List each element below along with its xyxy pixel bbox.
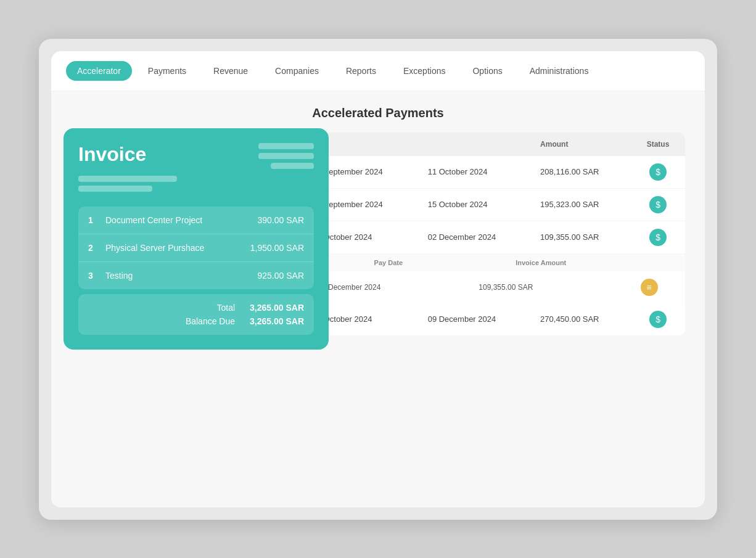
total-row: Total 3,265.00 SAR	[88, 303, 304, 313]
meta-line-1	[78, 176, 177, 182]
total-value: 3,265.00 SAR	[250, 303, 304, 313]
nav-bar: AcceleratorPaymentsRevenueCompaniesRepor…	[51, 51, 705, 91]
cell-status: $	[631, 156, 685, 189]
status-doc-icon: ≡	[641, 279, 658, 296]
item-amount: 925.00 SAR	[258, 271, 305, 281]
invoice-item-row: 2Physical Server Purshace1,950.00 SAR	[78, 234, 314, 262]
cell-status: $	[631, 303, 685, 335]
cell-amount: 208,116.00 SAR	[530, 156, 631, 189]
sub-col-invoice_amount: Invoice Amount	[469, 254, 613, 271]
col-amount: Amount	[530, 133, 631, 156]
item-number: 1	[88, 215, 98, 225]
item-amount: 390.00 SAR	[258, 215, 305, 225]
main-card: AcceleratorPaymentsRevenueCompaniesRepor…	[51, 51, 705, 507]
invoice-item-row: 3Testing925.00 SAR	[78, 262, 314, 289]
meta-right-3	[271, 163, 314, 169]
page-title: Accelerated Payments	[71, 106, 685, 120]
total-label: Total	[216, 303, 235, 313]
cell-amount: 270,450.00 SAR	[530, 303, 631, 335]
balance-label: Balance Due	[186, 316, 235, 326]
item-number: 3	[88, 271, 98, 281]
cell-scheduled-data: 02 December 2024	[418, 221, 530, 253]
col-scheduled-data	[418, 133, 530, 156]
invoice-item-row: 1Document Center Project390.00 SAR	[78, 207, 314, 234]
sub-col-pay_date: Pay Date	[308, 254, 469, 271]
status-dollar-icon: $	[649, 229, 667, 246]
balance-value: 3,265.00 SAR	[250, 316, 304, 326]
outer-background: AcceleratorPaymentsRevenueCompaniesRepor…	[39, 39, 717, 520]
item-name: Document Center Project	[105, 215, 258, 225]
nav-item-payments[interactable]: Payments	[137, 61, 197, 81]
invoice-right-meta	[258, 143, 314, 169]
meta-right-1	[258, 143, 314, 149]
nav-item-options[interactable]: Options	[461, 61, 513, 81]
cell-scheduled-data: 09 December 2024	[418, 303, 530, 335]
nav-item-revenue[interactable]: Revenue	[202, 61, 259, 81]
nav-item-administrations[interactable]: Administrations	[519, 61, 600, 81]
cell-amount: 195,323.00 SAR	[530, 188, 631, 221]
invoice-title: Invoice	[78, 143, 177, 166]
invoice-meta	[78, 176, 177, 192]
nav-item-exceptions[interactable]: Exceptions	[392, 61, 456, 81]
nav-item-accelerator[interactable]: Accelerator	[66, 61, 132, 81]
item-name: Physical Server Purshace	[105, 243, 250, 253]
invoice-items: 1Document Center Project390.00 SAR2Physi…	[78, 207, 314, 289]
content-area: Accelerated Payments Buyer Company / Sup…	[51, 91, 705, 507]
invoice-left: Invoice	[78, 143, 177, 202]
cell-amount: 109,355.00 SAR	[530, 221, 631, 253]
col-status: Status	[631, 133, 685, 156]
balance-row: Balance Due 3,265.00 SAR	[88, 316, 304, 326]
item-amount: 1,950.00 SAR	[250, 243, 304, 253]
cell-scheduled-data: 11 October 2024	[418, 156, 530, 189]
nav-item-companies[interactable]: Companies	[264, 61, 330, 81]
cell-status: $	[631, 221, 685, 253]
status-dollar-icon: $	[649, 196, 667, 213]
meta-line-2	[78, 186, 152, 192]
status-dollar-icon: $	[649, 311, 667, 328]
cell-status: $	[631, 188, 685, 221]
status-dollar-icon: $	[649, 163, 667, 181]
invoice-overlay: Invoice 1Document Center Project39	[64, 128, 329, 350]
invoice-totals: Total 3,265.00 SAR Balance Due 3,265.00 …	[78, 294, 314, 335]
nav-item-reports[interactable]: Reports	[335, 61, 387, 81]
item-number: 2	[88, 243, 98, 253]
item-name: Testing	[105, 271, 258, 281]
cell-scheduled-data: 15 October 2024	[418, 188, 530, 221]
invoice-header-row: Invoice	[78, 143, 314, 202]
meta-right-2	[258, 153, 314, 159]
